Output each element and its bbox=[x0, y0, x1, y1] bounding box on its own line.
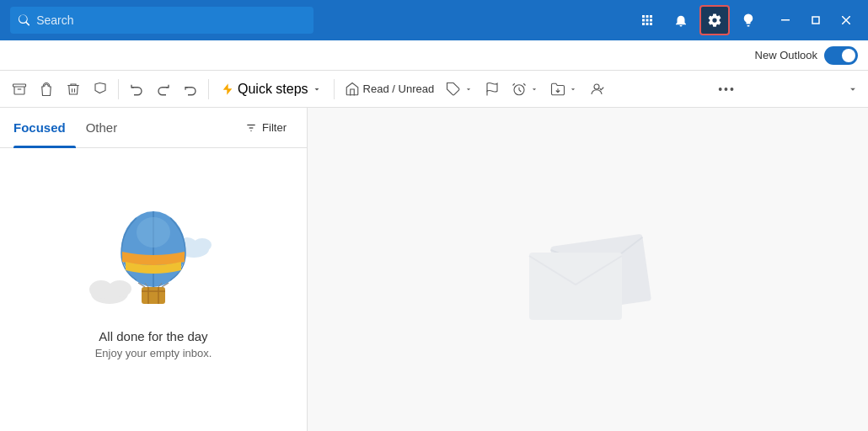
svg-point-17 bbox=[193, 238, 212, 252]
tag-chevron bbox=[464, 85, 473, 93]
filter-label: Filter bbox=[262, 121, 287, 134]
search-bar[interactable] bbox=[10, 7, 313, 34]
move-button[interactable] bbox=[545, 76, 582, 103]
envelope-illustration bbox=[504, 206, 672, 333]
balloon-illustration bbox=[86, 203, 221, 329]
main-area: Focused Other Filter bbox=[0, 108, 868, 431]
tag-button[interactable] bbox=[441, 76, 478, 103]
right-pane bbox=[308, 108, 868, 431]
svg-rect-20 bbox=[142, 287, 165, 304]
read-unread-button[interactable]: Read / Unread bbox=[340, 76, 440, 103]
filter-icon bbox=[245, 122, 257, 134]
filter-button[interactable]: Filter bbox=[238, 118, 293, 137]
svg-rect-0 bbox=[781, 19, 790, 21]
svg-point-19 bbox=[137, 217, 170, 247]
svg-rect-4 bbox=[13, 84, 26, 87]
archive-button[interactable] bbox=[7, 76, 32, 103]
quick-steps-label: Quick steps bbox=[238, 82, 308, 97]
settings-icon[interactable] bbox=[699, 5, 730, 35]
search-input[interactable] bbox=[36, 13, 305, 27]
close-button[interactable] bbox=[831, 5, 861, 35]
title-bar-actions bbox=[632, 5, 764, 35]
other-tab-label: Other bbox=[86, 120, 118, 135]
quick-steps-button[interactable]: Quick steps bbox=[214, 76, 329, 103]
focused-tab-label: Focused bbox=[13, 120, 66, 135]
search-icon bbox=[19, 14, 29, 26]
report-button[interactable] bbox=[88, 76, 113, 103]
new-outlook-toggle[interactable] bbox=[824, 46, 858, 65]
svg-point-8 bbox=[594, 84, 599, 89]
junk-button[interactable] bbox=[34, 76, 59, 103]
toolbar: Quick steps Read / Unread bbox=[0, 71, 868, 108]
tab-other[interactable]: Other bbox=[76, 108, 128, 148]
snooze-button[interactable] bbox=[506, 76, 544, 103]
new-outlook-bar: New Outlook bbox=[0, 40, 868, 71]
toolbar-scroll-down[interactable] bbox=[844, 76, 861, 103]
separator-3 bbox=[334, 79, 335, 99]
flag-button[interactable] bbox=[480, 76, 505, 103]
empty-inbox-subtitle: Enjoy your empty inbox. bbox=[95, 347, 212, 359]
empty-inbox: All done for the day Enjoy your empty in… bbox=[0, 148, 307, 431]
empty-inbox-title: All done for the day bbox=[95, 329, 212, 343]
minimize-button[interactable] bbox=[770, 5, 801, 35]
left-pane: Focused Other Filter bbox=[0, 108, 308, 431]
separator-1 bbox=[118, 79, 119, 99]
activity-feed-icon[interactable] bbox=[632, 5, 662, 35]
assign-button[interactable] bbox=[584, 76, 609, 103]
more-label: ••• bbox=[718, 82, 736, 96]
svg-point-14 bbox=[108, 280, 131, 297]
tips-icon[interactable] bbox=[733, 5, 764, 35]
snooze-chevron bbox=[530, 85, 538, 93]
separator-2 bbox=[208, 79, 209, 99]
restore-button[interactable] bbox=[801, 5, 831, 35]
tab-focused[interactable]: Focused bbox=[13, 108, 76, 148]
redo-down-button[interactable] bbox=[178, 76, 203, 103]
more-options-button[interactable]: ••• bbox=[713, 76, 741, 103]
quick-steps-chevron bbox=[312, 84, 322, 94]
delete-button[interactable] bbox=[61, 76, 86, 103]
undo-button[interactable] bbox=[124, 76, 149, 103]
move-chevron bbox=[569, 85, 577, 93]
tabs: Focused Other Filter bbox=[0, 108, 307, 148]
notifications-icon[interactable] bbox=[666, 5, 696, 35]
read-unread-label: Read / Unread bbox=[363, 82, 435, 95]
redo-up-button[interactable] bbox=[151, 76, 176, 103]
svg-rect-1 bbox=[812, 17, 819, 24]
window-controls bbox=[770, 5, 861, 35]
title-bar bbox=[0, 0, 868, 40]
svg-rect-29 bbox=[529, 253, 622, 320]
new-outlook-label: New Outlook bbox=[755, 49, 817, 61]
